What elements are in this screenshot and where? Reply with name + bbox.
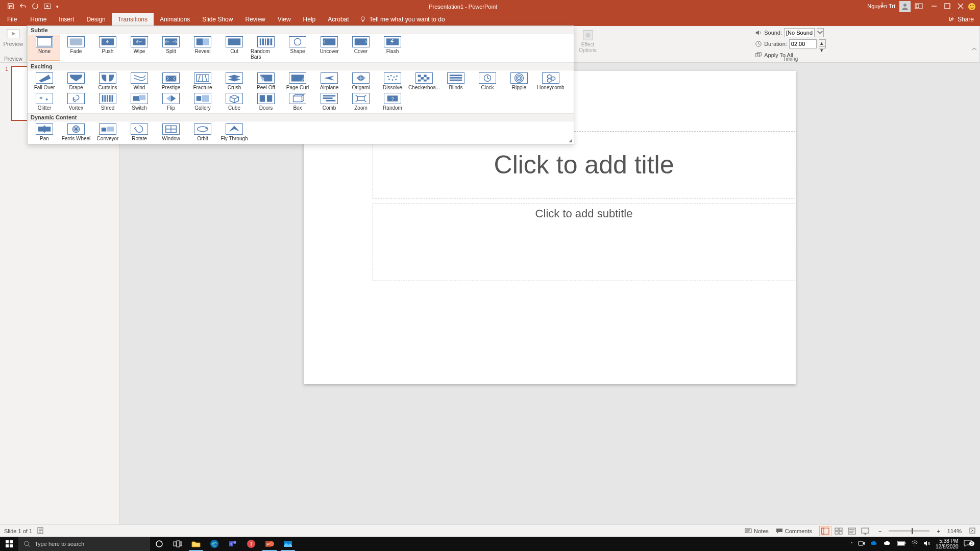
action-center-icon[interactable]: 2 xyxy=(964,540,977,548)
transition-honeycomb[interactable]: Honeycomb xyxy=(535,71,567,91)
start-button[interactable] xyxy=(0,537,18,551)
transition-vortex[interactable]: Vortex xyxy=(60,91,92,112)
undo-icon[interactable] xyxy=(19,3,27,11)
feedback-icon[interactable] xyxy=(968,3,976,11)
transition-crush[interactable]: Crush xyxy=(218,71,250,91)
transition-random-bars[interactable]: Random Bars xyxy=(250,35,282,61)
slide-sorter-button[interactable] xyxy=(832,526,845,536)
task-view-icon[interactable] xyxy=(168,537,187,551)
zoom-percentage[interactable]: 114% xyxy=(947,528,962,534)
comments-button[interactable]: Comments xyxy=(776,528,812,534)
collapse-ribbon-button[interactable] xyxy=(971,45,977,54)
duration-spinner[interactable]: ▴▾ xyxy=(819,39,826,48)
zoom-out-button[interactable]: − xyxy=(878,528,881,534)
transition-glitter[interactable]: Glitter xyxy=(29,91,60,112)
transition-switch[interactable]: Switch xyxy=(124,91,155,112)
user-avatar[interactable] xyxy=(899,1,911,12)
minimize-button[interactable] xyxy=(931,3,937,10)
subtitle-placeholder[interactable]: Click to add subtitle xyxy=(373,204,795,281)
transition-wind[interactable]: Wind xyxy=(124,71,155,91)
transition-doors[interactable]: Doors xyxy=(250,91,282,112)
todoist-icon[interactable]: T xyxy=(242,537,260,551)
tab-help[interactable]: Help xyxy=(297,13,322,26)
transition-push[interactable]: Push xyxy=(92,35,124,61)
transition-fall-over[interactable]: Fall Over xyxy=(29,71,60,91)
slideshow-view-button[interactable] xyxy=(859,526,871,536)
transition-pan[interactable]: Pan xyxy=(29,122,60,142)
file-explorer-icon[interactable] xyxy=(187,537,205,551)
cortana-icon[interactable] xyxy=(150,537,168,551)
volume-icon[interactable] xyxy=(923,540,930,547)
battery-icon[interactable] xyxy=(897,541,906,547)
transition-drape[interactable]: Drape xyxy=(60,71,92,91)
tab-home[interactable]: Home xyxy=(24,13,53,26)
transition-blinds[interactable]: Blinds xyxy=(440,71,472,91)
share-button[interactable]: Share xyxy=(948,16,974,23)
redo-icon[interactable] xyxy=(32,3,39,11)
transition-uncover[interactable]: Uncover xyxy=(313,35,345,61)
transition-ripple[interactable]: Ripple xyxy=(503,71,535,91)
tab-animations[interactable]: Animations xyxy=(154,13,196,26)
notes-button[interactable]: Notes xyxy=(745,528,769,534)
onedrive2-icon[interactable] xyxy=(884,541,892,547)
transition-rotate[interactable]: Rotate xyxy=(124,122,155,142)
transition-origami[interactable]: Origami xyxy=(345,71,377,91)
transition-random[interactable]: ?Random xyxy=(377,91,408,112)
transition-prestige[interactable]: Prestige xyxy=(155,71,187,91)
edge-icon[interactable] xyxy=(205,537,224,551)
transition-page-curl[interactable]: Page Curl xyxy=(282,71,313,91)
wifi-icon[interactable] xyxy=(911,540,918,547)
transition-curtains[interactable]: Curtains xyxy=(92,71,124,91)
spellcheck-icon[interactable] xyxy=(37,527,45,535)
powerpoint-taskbar-icon[interactable]: P xyxy=(260,537,279,551)
tab-transitions[interactable]: Transitions xyxy=(112,13,154,26)
preview-button[interactable]: Preview xyxy=(1,28,25,48)
transition-shred[interactable]: Shred xyxy=(92,91,124,112)
display-mode-icon[interactable] xyxy=(915,3,923,10)
transition-gallery[interactable]: Gallery xyxy=(187,91,218,112)
duration-input[interactable] xyxy=(789,39,817,48)
transition-window[interactable]: Window xyxy=(155,122,187,142)
transition-none[interactable]: None xyxy=(29,35,60,61)
transition-peel-off[interactable]: Peel Off xyxy=(250,71,282,91)
maximize-button[interactable] xyxy=(944,3,950,10)
transition-conveyor[interactable]: Conveyor xyxy=(92,122,124,142)
taskbar-search[interactable]: Type here to search xyxy=(18,537,150,551)
gallery-resize-handle[interactable]: ◢ xyxy=(569,138,572,143)
tab-design[interactable]: Design xyxy=(80,13,111,26)
tab-insert[interactable]: Insert xyxy=(53,13,80,26)
reading-view-button[interactable] xyxy=(846,526,858,536)
transition-comb[interactable]: Comb xyxy=(313,91,345,112)
normal-view-button[interactable] xyxy=(819,526,831,536)
tab-file[interactable]: File xyxy=(0,13,24,26)
tab-slideshow[interactable]: Slide Show xyxy=(196,13,239,26)
transition-fade[interactable]: Fade xyxy=(60,35,92,61)
tab-acrobat[interactable]: Acrobat xyxy=(322,13,355,26)
transition-zoom[interactable]: Zoom xyxy=(345,91,377,112)
transition-airplane[interactable]: Airplane xyxy=(313,71,345,91)
teams-icon[interactable]: T xyxy=(224,537,242,551)
start-from-beginning-icon[interactable] xyxy=(44,3,51,11)
sound-select[interactable] xyxy=(784,28,815,37)
transition-reveal[interactable]: Reveal xyxy=(187,35,218,61)
photos-icon[interactable] xyxy=(279,537,297,551)
onedrive-icon[interactable] xyxy=(870,541,878,547)
sound-dropdown[interactable] xyxy=(817,28,824,37)
transition-box[interactable]: Box xyxy=(282,91,313,112)
tell-me-search[interactable]: Tell me what you want to do xyxy=(359,16,445,23)
tab-review[interactable]: Review xyxy=(239,13,271,26)
transition-clock[interactable]: Clock xyxy=(472,71,503,91)
transition-shape[interactable]: Shape xyxy=(282,35,313,61)
transition-flash[interactable]: Flash xyxy=(377,35,408,61)
transition-checkerboa-[interactable]: Checkerboa... xyxy=(408,71,440,91)
transition-cut[interactable]: Cut xyxy=(218,35,250,61)
transition-ferris-wheel[interactable]: Ferris Wheel xyxy=(60,122,92,142)
transition-fracture[interactable]: Fracture xyxy=(187,71,218,91)
transition-split[interactable]: Split xyxy=(155,35,187,61)
tray-clock[interactable]: 5:38 PM 12/8/2020 xyxy=(936,538,959,549)
transition-cube[interactable]: Cube xyxy=(218,91,250,112)
zoom-slider[interactable] xyxy=(889,530,929,532)
transition-cover[interactable]: Cover xyxy=(345,35,377,61)
transition-dissolve[interactable]: Dissolve xyxy=(377,71,408,91)
close-button[interactable] xyxy=(958,3,964,10)
